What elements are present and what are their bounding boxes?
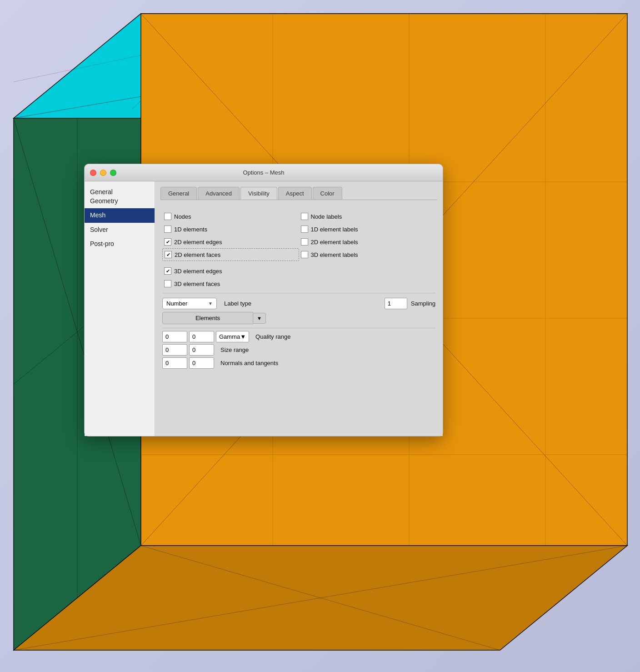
checkbox-3d-element-faces-label: 3D element faces xyxy=(174,281,220,287)
dropdown-arrow-icon: ▼ xyxy=(208,301,213,306)
sampling-label: Sampling xyxy=(411,300,435,307)
normals-tangents-row: Normals and tangents xyxy=(162,357,435,369)
elements-dropdown-arrow[interactable]: ▼ xyxy=(253,313,266,324)
control-row-label-type: Number ▼ Label type Sampling xyxy=(162,298,435,309)
quality-range-input-1[interactable] xyxy=(162,331,187,342)
checkbox-3d-element-labels-label: 3D element labels xyxy=(311,251,358,258)
checkbox-1d-elements-label: 1D elements xyxy=(174,226,207,233)
visibility-content: Nodes Node labels 1D elements 1D element… xyxy=(160,206,437,374)
dropdown-selected-value: Number xyxy=(166,300,187,307)
checkbox-grid: Nodes Node labels 1D elements 1D element… xyxy=(162,210,435,261)
checkbox-3d-element-faces[interactable]: 3D element faces xyxy=(162,277,435,290)
sidebar-item-solver[interactable]: Solver xyxy=(85,223,155,237)
checkbox-3d-element-edges[interactable]: 3D element edges xyxy=(162,265,435,277)
size-range-input-1[interactable] xyxy=(162,344,187,356)
checkbox-2d-element-labels-label: 2D element labels xyxy=(311,239,358,246)
tab-visibility[interactable]: Visibility xyxy=(240,187,277,200)
separator-2 xyxy=(162,328,435,328)
checkbox-node-labels[interactable]: Node labels xyxy=(299,210,436,223)
checkbox-1d-element-labels[interactable]: 1D element labels xyxy=(299,223,436,236)
checkbox-1d-element-labels-label: 1D element labels xyxy=(311,226,358,233)
quality-gamma-dropdown[interactable]: Gamma ▼ xyxy=(216,331,249,342)
sidebar: General Geometry Mesh Solver Post-pro xyxy=(85,181,155,436)
main-content: General Advanced Visibility Aspect Color… xyxy=(155,181,443,436)
tab-color[interactable]: Color xyxy=(313,187,342,200)
title-bar: Options – Mesh xyxy=(85,164,443,181)
sampling-input[interactable] xyxy=(385,298,407,309)
minimize-button[interactable] xyxy=(100,170,106,176)
elements-row: Elements ▼ xyxy=(162,312,435,324)
checkbox-2d-element-faces-box[interactable] xyxy=(165,251,172,258)
size-range-input-2[interactable] xyxy=(189,344,214,356)
checkbox-1d-element-labels-box[interactable] xyxy=(301,226,308,233)
checkbox-2d-element-edges-box[interactable] xyxy=(164,238,171,246)
checkbox-node-labels-label: Node labels xyxy=(311,213,342,220)
tab-aspect[interactable]: Aspect xyxy=(278,187,312,200)
checkbox-2d-element-edges[interactable]: 2D element edges xyxy=(162,236,299,248)
checkbox-nodes[interactable]: Nodes xyxy=(162,210,299,223)
dialog-title: Options – Mesh xyxy=(243,169,284,176)
sidebar-item-post-pro[interactable]: Post-pro xyxy=(85,237,155,251)
gamma-dropdown-arrow-icon: ▼ xyxy=(240,333,246,340)
quality-range-row: Gamma ▼ Quality range xyxy=(162,331,435,342)
checkbox-2d-element-edges-label: 2D element edges xyxy=(174,239,222,246)
checkbox-nodes-label: Nodes xyxy=(174,213,191,220)
tab-general[interactable]: General xyxy=(160,187,197,200)
quality-range-input-2[interactable] xyxy=(189,331,214,342)
size-range-row: Size range xyxy=(162,344,435,356)
gamma-dropdown-value: Gamma xyxy=(219,333,240,340)
maximize-button[interactable] xyxy=(110,170,116,176)
label-type-label: Label type xyxy=(224,300,251,307)
elements-button[interactable]: Elements xyxy=(162,312,253,324)
window-controls xyxy=(90,170,116,176)
checkbox-2d-element-faces[interactable]: 2D element faces xyxy=(162,248,299,261)
checkbox-1d-elements-box[interactable] xyxy=(164,226,171,233)
close-button[interactable] xyxy=(90,170,96,176)
checkbox-2d-element-labels[interactable]: 2D element labels xyxy=(299,236,436,248)
checkbox-3d-element-edges-box[interactable] xyxy=(164,267,171,275)
tab-advanced[interactable]: Advanced xyxy=(198,187,240,200)
sidebar-item-general-geometry[interactable]: General Geometry xyxy=(85,185,155,208)
checkbox-1d-elements[interactable]: 1D elements xyxy=(162,223,299,236)
size-range-label: Size range xyxy=(220,346,249,353)
checkbox-2d-element-faces-label: 2D element faces xyxy=(175,251,220,258)
sidebar-item-mesh[interactable]: Mesh xyxy=(85,208,155,223)
tab-bar: General Advanced Visibility Aspect Color xyxy=(160,187,437,200)
quality-range-label: Quality range xyxy=(255,333,290,340)
checkbox-nodes-box[interactable] xyxy=(164,213,171,220)
normals-tangents-label: Normals and tangents xyxy=(220,360,278,366)
checkbox-node-labels-box[interactable] xyxy=(301,213,308,220)
checkbox-3d-element-labels-box[interactable] xyxy=(301,251,308,258)
normals-input-1[interactable] xyxy=(162,357,187,369)
checkbox-3d-element-edges-label: 3D element edges xyxy=(174,268,222,275)
normals-input-2[interactable] xyxy=(189,357,214,369)
checkbox-3d-element-labels[interactable]: 3D element labels xyxy=(299,248,436,261)
checkbox-2d-element-labels-box[interactable] xyxy=(301,238,308,246)
dialog-body: General Geometry Mesh Solver Post-pro Ge… xyxy=(85,181,443,436)
checkbox-3d-element-faces-box[interactable] xyxy=(164,280,171,287)
separator-1 xyxy=(162,293,435,293)
options-dialog: Options – Mesh General Geometry Mesh Sol… xyxy=(84,164,443,436)
label-type-dropdown[interactable]: Number ▼ xyxy=(162,298,217,309)
